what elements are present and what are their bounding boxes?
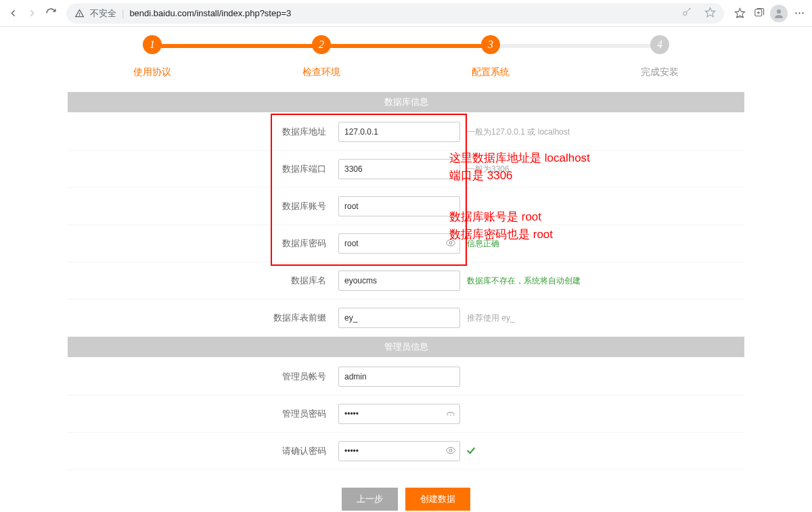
input-admin-password[interactable] [338, 404, 460, 424]
star-add-icon[interactable] [704, 7, 716, 20]
insecure-label: 不安全 [90, 7, 116, 20]
input-db-port[interactable] [338, 159, 460, 179]
row-db-password: 数据库密码 信息正确 [68, 225, 744, 262]
hint-db-password: 信息正确 [467, 238, 499, 250]
address-bar[interactable]: 不安全 | bendi.baidu.com/install/index.php?… [66, 3, 724, 24]
label-db-port: 数据库端口 [68, 163, 338, 175]
check-icon [466, 445, 476, 458]
row-db-port: 数据库端口 一般为3306 [68, 151, 744, 188]
hint-db-port: 一般为3306 [467, 164, 510, 175]
collections-icon[interactable] [751, 6, 766, 21]
step-progress: 1 使用协议 2 检查环境 3 配置系统 4 完成安装 [68, 27, 744, 78]
forward-button[interactable] [24, 6, 39, 21]
hint-db-name: 数据库不存在，系统将自动创建 [467, 275, 581, 287]
url-text: bendi.baidu.com/install/index.php?step=3 [129, 8, 291, 18]
hint-db-prefix: 推荐使用 ey_ [467, 312, 515, 324]
svg-line-12 [447, 415, 448, 415]
svg-point-7 [777, 9, 781, 14]
svg-point-0 [683, 11, 687, 15]
svg-point-15 [449, 449, 452, 452]
profile-avatar[interactable] [770, 5, 788, 22]
svg-line-13 [453, 415, 454, 415]
section-db: 数据库信息 [68, 92, 744, 112]
input-db-user[interactable] [338, 196, 460, 216]
input-db-prefix[interactable] [338, 308, 460, 328]
prev-button[interactable]: 上一步 [342, 488, 398, 511]
row-admin-user: 管理员帐号 [68, 358, 744, 396]
label-db-name: 数据库名 [68, 275, 338, 287]
label-admin-user: 管理员帐号 [68, 371, 338, 383]
label-db-user: 数据库账号 [68, 200, 338, 212]
svg-point-10 [802, 12, 803, 14]
label-db-host: 数据库地址 [68, 126, 338, 138]
row-db-prefix: 数据库表前缀 推荐使用 ey_ [68, 300, 744, 337]
input-db-host[interactable] [338, 122, 460, 142]
eye-icon[interactable] [445, 237, 456, 250]
back-button[interactable] [5, 6, 20, 21]
more-icon[interactable] [792, 6, 807, 21]
label-admin-password: 管理员密码 [68, 408, 338, 420]
svg-marker-2 [735, 8, 744, 17]
input-db-name[interactable] [338, 271, 460, 291]
row-admin-password-confirm: 请确认密码 [68, 433, 744, 470]
separator: | [122, 8, 124, 18]
next-button[interactable]: 创建数据 [405, 488, 470, 511]
favorites-icon[interactable] [732, 6, 747, 21]
install-form: 数据库信息 数据库地址 一般为127.0.0.1 或 localhost 数据库… [68, 92, 744, 512]
key-icon[interactable] [681, 7, 692, 20]
input-admin-user[interactable] [338, 367, 460, 387]
label-admin-password-confirm: 请确认密码 [68, 445, 338, 457]
step-2: 2 检查环境 [237, 35, 406, 78]
row-db-name: 数据库名 数据库不存在，系统将自动创建 [68, 262, 744, 300]
browser-toolbar: 不安全 | bendi.baidu.com/install/index.php?… [0, 0, 812, 27]
svg-point-11 [449, 241, 452, 244]
eye-closed-icon[interactable] [445, 408, 456, 421]
eye-icon[interactable] [445, 445, 456, 458]
step-3: 3 配置系统 [406, 35, 575, 78]
section-admin: 管理员信息 [68, 337, 744, 357]
row-admin-password: 管理员密码 [68, 396, 744, 433]
step-1: 1 使用协议 [68, 35, 237, 78]
label-db-password: 数据库密码 [68, 237, 338, 250]
reload-button[interactable] [43, 6, 58, 21]
hint-db-host: 一般为127.0.0.1 或 localhost [467, 126, 570, 138]
input-admin-password-confirm[interactable] [338, 441, 460, 461]
label-db-prefix: 数据库表前缀 [68, 312, 338, 324]
input-db-password[interactable] [338, 233, 460, 254]
row-db-user: 数据库账号 [68, 188, 744, 225]
step-4: 4 完成安装 [575, 35, 744, 78]
row-db-host: 数据库地址 一般为127.0.0.1 或 localhost [68, 114, 744, 151]
svg-point-8 [795, 12, 796, 14]
insecure-icon [74, 8, 85, 18]
button-row: 上一步 创建数据 [68, 470, 744, 512]
svg-marker-1 [705, 7, 715, 16]
svg-point-9 [798, 12, 800, 14]
